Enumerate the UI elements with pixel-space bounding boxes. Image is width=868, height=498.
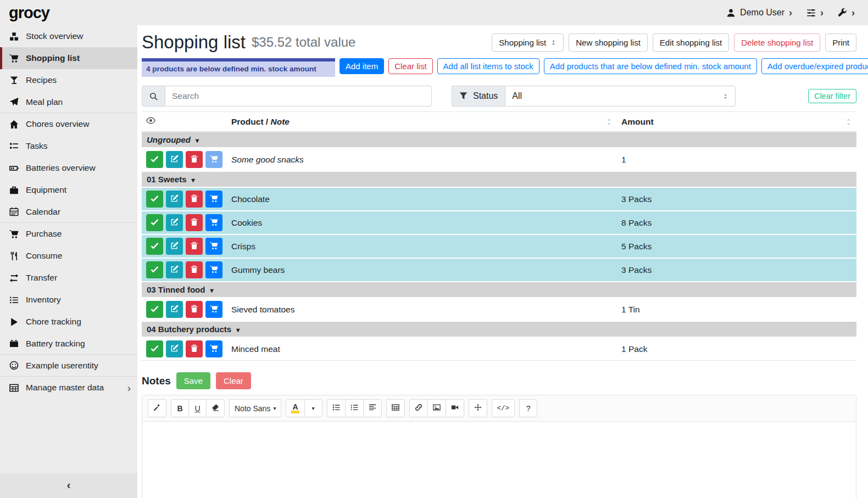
bold-button[interactable]: B bbox=[171, 399, 189, 417]
delete-item-button[interactable] bbox=[186, 214, 203, 231]
mark-done-button[interactable] bbox=[146, 301, 163, 318]
delete-shopping-list-button[interactable]: Delete shopping list bbox=[734, 33, 820, 52]
caret-sort-icon bbox=[722, 93, 728, 100]
notes-editor-body[interactable] bbox=[142, 422, 856, 498]
sidebar-item-batteries-overview[interactable]: Batteries overview bbox=[0, 157, 137, 179]
filter-icon bbox=[459, 92, 469, 101]
search-input[interactable] bbox=[165, 86, 432, 107]
shopping-list-select[interactable]: Shopping list bbox=[492, 33, 564, 52]
edit-item-button[interactable] bbox=[166, 340, 183, 357]
add-to-stock-button[interactable] bbox=[205, 261, 222, 278]
insert-table-button[interactable] bbox=[386, 399, 405, 417]
delete-item-button[interactable] bbox=[186, 301, 203, 318]
mark-done-button[interactable] bbox=[146, 238, 163, 255]
add-to-stock-button[interactable] bbox=[205, 301, 222, 318]
clear-filter-button[interactable]: Clear filter bbox=[808, 89, 856, 103]
edit-item-button[interactable] bbox=[166, 151, 183, 168]
add-item-button[interactable]: Add item bbox=[340, 58, 384, 74]
sidebar-item-chore-tracking[interactable]: Chore tracking bbox=[0, 311, 137, 333]
delete-item-button[interactable] bbox=[186, 191, 203, 208]
app-logo[interactable]: grocy bbox=[9, 4, 49, 21]
sidebar-item-tasks[interactable]: Tasks bbox=[0, 135, 137, 157]
amount-column-header[interactable]: Amount bbox=[617, 112, 856, 132]
insert-picture-button[interactable] bbox=[427, 399, 446, 417]
list-ul-button[interactable] bbox=[327, 399, 346, 417]
sidebar-item-consume[interactable]: Consume bbox=[0, 245, 137, 267]
caret-down-icon[interactable]: ▾ bbox=[210, 287, 213, 294]
edit-item-button[interactable] bbox=[166, 238, 183, 255]
paragraph-align-button[interactable] bbox=[363, 399, 382, 417]
insert-video-button[interactable] bbox=[446, 399, 464, 417]
insert-link-button[interactable] bbox=[409, 399, 428, 417]
add-to-stock-button[interactable] bbox=[205, 238, 222, 255]
notes-save-button[interactable]: Save bbox=[176, 372, 210, 389]
cart-icon bbox=[210, 155, 218, 165]
admin-menu[interactable]: › bbox=[838, 8, 855, 18]
sidebar-item-inventory[interactable]: Inventory bbox=[0, 289, 137, 311]
add-to-stock-button[interactable] bbox=[205, 191, 222, 208]
sidebar-item-battery-tracking[interactable]: Battery tracking bbox=[0, 333, 137, 355]
topbar: grocy Demo User › › › bbox=[0, 0, 868, 25]
product-column-header[interactable]: Product / Note bbox=[227, 112, 617, 132]
mark-done-button[interactable] bbox=[146, 340, 163, 357]
sidebar-item-meal-plan[interactable]: Meal plan bbox=[0, 91, 137, 113]
add-overdue-button[interactable]: Add overdue/expired products bbox=[761, 58, 868, 74]
edit-item-button[interactable] bbox=[166, 261, 183, 278]
eraser-button[interactable] bbox=[206, 399, 225, 417]
eye-icon bbox=[146, 116, 155, 125]
add-to-stock-button[interactable] bbox=[205, 151, 222, 168]
sidebar-item-chores-overview[interactable]: Chores overview bbox=[0, 113, 137, 135]
sidebar-item-recipes[interactable]: Recipes bbox=[0, 69, 137, 91]
delete-item-button[interactable] bbox=[186, 340, 203, 357]
filter-row: Status All Clear filter bbox=[142, 86, 856, 107]
sidebar-item-purchase[interactable]: Purchase bbox=[0, 223, 137, 245]
print-button[interactable]: Print bbox=[825, 33, 856, 52]
shopping-list-row-sieved-tomatoes: Sieved tomatoes1 Tin bbox=[142, 298, 856, 321]
sidebar-item-manage-master-data[interactable]: Manage master data› bbox=[0, 377, 137, 399]
edit-shopping-list-button[interactable]: Edit shopping list bbox=[653, 33, 729, 52]
mark-done-button[interactable] bbox=[146, 261, 163, 278]
add-below-min-button[interactable]: Add products that are below defined min.… bbox=[544, 58, 757, 74]
sidebar-item-calendar[interactable]: Calendar bbox=[0, 201, 137, 223]
delete-item-button[interactable] bbox=[186, 261, 203, 278]
sidebar-item-equipment[interactable]: Equipment bbox=[0, 179, 137, 201]
boxes-icon bbox=[8, 32, 19, 41]
mark-done-button[interactable] bbox=[146, 191, 163, 208]
sidebar-item-stock-overview[interactable]: Stock overview bbox=[0, 25, 137, 47]
sidebar-item-example-userentity[interactable]: Example userentity bbox=[0, 355, 137, 377]
underline-button[interactable]: U bbox=[188, 399, 207, 417]
sidebar-collapse-button[interactable]: ‹ bbox=[0, 473, 137, 498]
edit-item-button[interactable] bbox=[166, 214, 183, 231]
highlight-color-button[interactable]: A bbox=[286, 399, 304, 417]
caret-down-icon[interactable]: ▾ bbox=[196, 137, 199, 144]
list-ol-button[interactable] bbox=[345, 399, 364, 417]
add-to-stock-button[interactable] bbox=[205, 340, 222, 357]
clear-list-button[interactable]: Clear list bbox=[388, 58, 432, 74]
add-all-to-stock-button[interactable]: Add all list items to stock bbox=[437, 58, 539, 74]
caret-down-icon[interactable]: ▾ bbox=[192, 176, 195, 184]
fullscreen-button[interactable] bbox=[469, 399, 487, 417]
edit-item-button[interactable] bbox=[166, 191, 183, 208]
edit-item-button[interactable] bbox=[166, 301, 183, 318]
help-button[interactable]: ? bbox=[519, 399, 537, 417]
wrench-icon bbox=[838, 8, 847, 18]
mark-done-button[interactable] bbox=[146, 214, 163, 231]
code-view-button[interactable]: </> bbox=[492, 399, 515, 417]
new-shopping-list-button[interactable]: New shopping list bbox=[569, 33, 648, 52]
color-picker-button[interactable]: ▾ bbox=[304, 399, 322, 417]
status-filter-select[interactable]: All bbox=[505, 86, 736, 107]
settings-menu[interactable]: › bbox=[806, 8, 824, 18]
notes-clear-button[interactable]: Clear bbox=[216, 372, 251, 389]
user-menu[interactable]: Demo User › bbox=[726, 8, 792, 18]
sidebar-item-transfer[interactable]: Transfer bbox=[0, 267, 137, 289]
delete-item-button[interactable] bbox=[186, 238, 203, 255]
add-to-stock-button[interactable] bbox=[205, 214, 222, 231]
magic-button[interactable] bbox=[148, 399, 166, 417]
product-name: Some good snacks bbox=[227, 148, 617, 171]
delete-item-button[interactable] bbox=[186, 151, 203, 168]
caret-down-icon[interactable]: ▾ bbox=[236, 326, 240, 334]
min-stock-alert[interactable]: 4 products are below defined min. stock … bbox=[142, 58, 335, 77]
mark-done-button[interactable] bbox=[146, 151, 163, 168]
font-family-button[interactable]: Noto Sans▾ bbox=[229, 399, 281, 417]
sidebar-item-shopping-list[interactable]: Shopping list bbox=[0, 47, 137, 69]
